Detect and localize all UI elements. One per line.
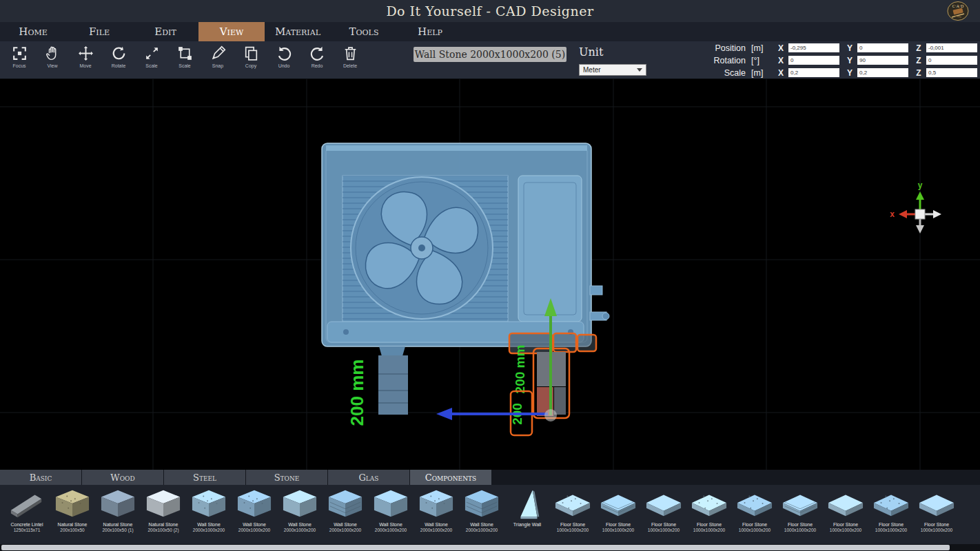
transform-row-label: Rotation xyxy=(713,56,746,65)
menu-item-home[interactable]: Home xyxy=(0,22,66,41)
palette-item[interactable]: Floor Stone1000x1000x200 xyxy=(777,486,823,544)
tab-glas[interactable]: Glas xyxy=(328,470,409,485)
toolbar-button-snap[interactable]: Snap xyxy=(201,41,234,79)
toolbar-button-undo[interactable]: Undo xyxy=(267,41,300,79)
copy-icon xyxy=(243,45,260,62)
axis-label-x: X xyxy=(777,68,785,78)
position-x-input[interactable] xyxy=(788,43,839,52)
palette-thumbnail xyxy=(6,486,48,522)
palette-thumbnail xyxy=(734,486,775,522)
palette-item[interactable]: Floor Stone1000x1000x200 xyxy=(641,486,686,544)
palette-thumbnail xyxy=(552,486,593,522)
hand-icon xyxy=(44,45,61,62)
palette-item[interactable]: Natural Stone200x100x50 (1) xyxy=(95,486,141,544)
chevron-down-icon xyxy=(637,68,642,72)
toolbar-button-scale[interactable]: Scale xyxy=(135,41,168,79)
toolbar-button-copy[interactable]: Copy xyxy=(234,41,267,79)
palette-scrollbar[interactable] xyxy=(0,544,980,551)
palette-item[interactable]: Floor Stone1000x1000x200 xyxy=(868,486,914,544)
transform-row-unit: [m] xyxy=(751,68,770,78)
palette-thumbnail xyxy=(325,486,366,522)
ac-unit-model[interactable] xyxy=(322,143,609,356)
snap-icon xyxy=(210,45,227,62)
palette-item[interactable]: Wall Stone2000x1000x200 xyxy=(323,486,368,544)
transform-row-position: Position[m]XYZ xyxy=(713,43,977,53)
gizmo-cube[interactable] xyxy=(915,209,925,219)
redo-icon xyxy=(309,45,326,62)
tab-steel[interactable]: Steel xyxy=(164,470,245,485)
palette-item[interactable]: Floor Stone1000x1000x200 xyxy=(550,486,595,544)
menu-item-help[interactable]: Help xyxy=(397,22,463,41)
dimension-label: 200 mm xyxy=(347,360,367,426)
menu-item-tools[interactable]: Tools xyxy=(331,22,397,41)
axis-label-z: Z xyxy=(915,43,923,53)
menu-item-view[interactable]: View xyxy=(198,22,265,41)
toolbar-button-scale[interactable]: Scale xyxy=(168,41,201,79)
axis-label-y: Y xyxy=(846,56,854,65)
toolbar-button-focus[interactable]: Focus xyxy=(3,41,36,79)
palette-item[interactable]: Wall Stone2000x1000x200 xyxy=(414,486,459,544)
palette-item[interactable]: Wall Stone2000x1000x200 xyxy=(232,486,277,544)
toolbar-button-redo[interactable]: Redo xyxy=(300,41,334,79)
palette-item-size: 1000x1000x200 xyxy=(830,528,861,533)
palette-item[interactable]: Floor Stone1000x1000x200 xyxy=(914,486,959,544)
unit-dropdown-value: Meter xyxy=(583,66,601,74)
scrollbar-thumb[interactable] xyxy=(1,545,950,550)
palette-item[interactable]: Floor Stone1000x1000x200 xyxy=(823,486,868,544)
category-tabs: BasicWoodSteelStoneGlasComponents xyxy=(0,470,980,485)
palette-item[interactable]: Floor Stone1000x1000x200 xyxy=(732,486,777,544)
palette-item-size: 2000x1000x200 xyxy=(329,528,361,533)
palette-item[interactable]: Floor Stone1000x1000x200 xyxy=(686,486,732,544)
scale-z-input[interactable] xyxy=(926,68,977,77)
palette-item[interactable]: Wall Stone2000x1000x200 xyxy=(459,486,504,544)
palette-item[interactable]: Wall Stone2000x1000x200 xyxy=(186,486,232,544)
orientation-gizmo[interactable]: y x xyxy=(890,180,941,233)
tab-components[interactable]: Components xyxy=(410,470,491,485)
window-title: Do It Yourself - CAD Designer xyxy=(386,3,593,19)
palette-item[interactable]: Concrete Lintel1250x115x71 xyxy=(4,486,50,544)
position-y-input[interactable] xyxy=(857,43,908,52)
palette-thumbnail xyxy=(916,486,957,522)
toolbar-button-label: View xyxy=(47,63,57,68)
toolbar-button-rotate[interactable]: Rotate xyxy=(102,41,135,79)
menu-item-material[interactable]: Material xyxy=(265,22,331,41)
stone-blocks[interactable] xyxy=(378,355,408,415)
palette-item[interactable]: Wall Stone2000x1000x200 xyxy=(368,486,414,544)
palette-item[interactable]: Natural Stone200x100x50 (2) xyxy=(141,486,186,544)
palette-thumbnail xyxy=(97,486,139,522)
toolbar-button-move[interactable]: Move xyxy=(69,41,102,79)
scale-x-input[interactable] xyxy=(788,68,839,77)
palette-item-size: 1000x1000x200 xyxy=(784,528,816,533)
gizmo-origin-handle[interactable] xyxy=(544,409,557,422)
tab-wood[interactable]: Wood xyxy=(82,470,163,485)
palette-thumbnail xyxy=(279,486,320,522)
toolbar-button-view[interactable]: View xyxy=(36,41,69,79)
menu-item-file[interactable]: File xyxy=(66,22,132,41)
axis-label-z: Z xyxy=(915,68,923,78)
toolbar-button-label: Snap xyxy=(212,63,223,68)
axis-label-x: X xyxy=(777,56,785,65)
palette-item[interactable]: Floor Stone1000x1000x200 xyxy=(595,486,641,544)
rotation-z-input[interactable] xyxy=(926,56,977,65)
tab-basic[interactable]: Basic xyxy=(0,470,81,485)
viewport-3d[interactable]: 200 mm 200 mm 200 y x xyxy=(0,79,980,470)
palette-item-size: 1000x1000x200 xyxy=(648,528,680,533)
rotation-y-input[interactable] xyxy=(857,56,908,65)
palette-item[interactable]: Natural Stone200x100x50 xyxy=(50,486,95,544)
palette-item-name: Floor Stone xyxy=(879,522,904,528)
palette-item-name: Wall Stone xyxy=(288,522,312,528)
scale-y-input[interactable] xyxy=(857,68,908,77)
palette-item-name: Floor Stone xyxy=(742,522,767,528)
unit-dropdown[interactable]: Meter xyxy=(579,64,646,76)
palette-thumbnail xyxy=(461,486,502,522)
position-z-input[interactable] xyxy=(926,43,977,52)
tab-stone[interactable]: Stone xyxy=(246,470,327,485)
palette-item[interactable]: Wall Stone2000x1000x200 xyxy=(277,486,323,544)
rotation-x-input[interactable] xyxy=(788,56,839,65)
palette-item[interactable]: Triangle Wall xyxy=(504,486,550,544)
toolbar-button-delete[interactable]: Delete xyxy=(334,41,367,79)
x-axis-arrow[interactable] xyxy=(436,408,452,420)
menu-item-edit[interactable]: Edit xyxy=(132,22,198,41)
palette-item-size: 2000x1000x200 xyxy=(238,528,270,533)
axis-label-z: Z xyxy=(915,56,923,65)
